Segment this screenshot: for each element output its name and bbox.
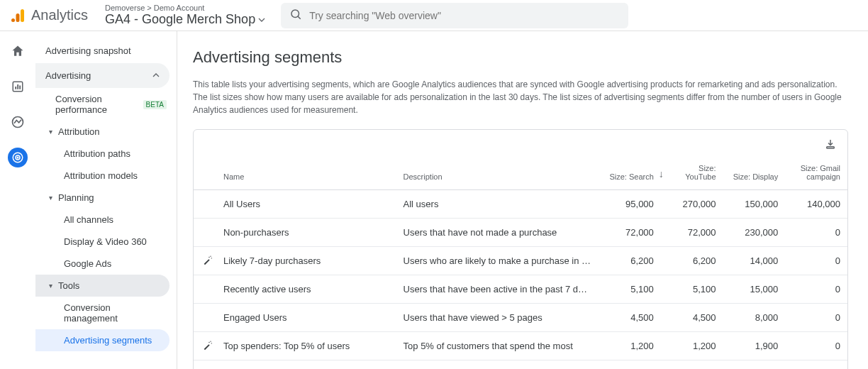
cell-name: All Users: [194, 190, 396, 219]
segment-name: All Users: [223, 199, 260, 209]
rail-explore-icon[interactable]: [8, 112, 28, 132]
cell-gmail: 0: [785, 247, 847, 275]
svg-rect-1: [16, 13, 20, 22]
nav-advertising-snapshot[interactable]: Advertising snapshot: [35, 38, 177, 63]
nav-advertising-segments[interactable]: Advertising segments: [35, 329, 169, 351]
download-icon[interactable]: [823, 137, 838, 151]
cell-youtube: 270,000: [661, 190, 723, 219]
cell-name: Recently active users: [194, 275, 396, 304]
svg-point-3: [291, 10, 299, 18]
svg-point-15: [211, 258, 212, 258]
cell-desc: Users that have viewed > 5 pages: [396, 304, 599, 332]
cell-desc: Users that have been active in the past …: [396, 275, 599, 304]
account-selector[interactable]: Demoverse > Demo Account GA4 - Google Me…: [105, 4, 265, 27]
svg-rect-6: [15, 87, 16, 89]
nav-item-label: Attribution: [58, 126, 100, 137]
logo-text: Analytics: [31, 7, 88, 23]
nav-conversion-management[interactable]: Conversion management: [35, 297, 177, 329]
col-name[interactable]: Name: [194, 158, 396, 190]
table-toolbar: [194, 130, 847, 158]
breadcrumb: Demoverse > Demo Account: [105, 4, 265, 12]
cell-search: 1,200: [599, 332, 661, 360]
caret-down-icon: ▾: [47, 128, 54, 136]
cell-desc: Users who are likely to make a purchase …: [396, 247, 599, 275]
cell-youtube: 4,500: [661, 304, 723, 332]
cell-search: 95,000: [599, 190, 661, 219]
predictive-wand-icon: [202, 254, 213, 268]
caret-down-icon: ▾: [47, 282, 54, 290]
search-input[interactable]: [309, 10, 620, 21]
segment-name: Likely 7-day purchasers: [223, 255, 321, 266]
cell-gmail: 0: [785, 304, 847, 332]
nav-all-channels[interactable]: All channels: [35, 209, 177, 231]
nav-attribution-paths[interactable]: Attribution paths: [35, 143, 177, 165]
nav-attribution-models[interactable]: Attribution models: [35, 165, 177, 187]
nav-google-ads[interactable]: Google Ads: [35, 253, 177, 275]
cell-youtube: 72,000: [661, 219, 723, 247]
nav-conversion-performance[interactable]: Conversion performance BETA: [35, 88, 177, 121]
table-row[interactable]: Engaged UsersUsers that have viewed > 5 …: [194, 304, 847, 332]
svg-rect-0: [21, 9, 24, 22]
nav-planning[interactable]: ▾ Planning: [35, 187, 177, 209]
svg-point-16: [208, 256, 209, 257]
table-row[interactable]: Top spenders: Top 5% of usersTop 5% of c…: [194, 332, 847, 360]
nav-item-label: Conversion performance: [55, 94, 136, 115]
page-description: This table lists your advertising segmen…: [193, 78, 845, 116]
cell-name: Non-purchasers: [194, 219, 396, 247]
nav-item-label: Tools: [58, 280, 79, 291]
nav-advertising-section[interactable]: Advertising: [35, 63, 169, 88]
table-header-row: Name Description Size: Search ↓ Size: Yo…: [194, 158, 847, 190]
page-title: Advertising segments: [193, 48, 848, 67]
nav-attribution[interactable]: ▾ Attribution: [35, 121, 177, 143]
cell-display: 1,900: [723, 332, 786, 360]
cell-desc: Top 5% of customers that spend the most: [396, 332, 599, 360]
table-row[interactable]: Recently active usersUsers that have bee…: [194, 275, 847, 304]
search-box[interactable]: [281, 3, 628, 28]
property-label: GA4 - Google Merch Shop: [105, 12, 255, 27]
cell-name: Likely 7-day purchasers: [194, 247, 396, 275]
rail-advertising-icon[interactable]: [8, 148, 28, 167]
side-nav: Advertising snapshot Advertising Convers…: [35, 31, 177, 369]
cell-display: 1,800: [723, 360, 786, 370]
svg-line-4: [298, 16, 301, 19]
beta-badge: BETA: [143, 100, 167, 109]
nav-section-label: Advertising: [45, 70, 91, 81]
table-row[interactable]: Likely 7-day purchasersUsers who are lik…: [194, 247, 847, 275]
rail-home-icon[interactable]: [8, 41, 28, 61]
table-row[interactable]: All UsersAll users95,000270,000150,00014…: [194, 190, 847, 219]
cell-desc: Users that have not made a purchase: [396, 219, 599, 247]
chevron-up-icon: [152, 72, 160, 80]
cell-gmail: 0: [785, 360, 847, 370]
analytics-logo-icon: [10, 7, 27, 24]
logo[interactable]: Analytics: [10, 7, 88, 24]
col-size-display[interactable]: Size: Display: [723, 158, 786, 190]
col-description[interactable]: Description: [396, 158, 599, 190]
rail-reports-icon[interactable]: [8, 77, 28, 97]
cell-search: 72,000: [599, 219, 661, 247]
segment-name: Engaged Users: [223, 312, 287, 323]
nav-tools[interactable]: ▾ Tools: [35, 275, 169, 297]
svg-point-12: [17, 157, 18, 158]
segment-name: Non-purchasers: [223, 227, 289, 238]
cell-display: 15,000: [723, 275, 786, 304]
svg-point-2: [11, 18, 15, 22]
col-label: Size: Search: [609, 172, 653, 181]
col-size-gmail[interactable]: Size: Gmail campaign: [785, 158, 847, 190]
nav-item-label: Planning: [58, 192, 94, 203]
chevron-down-icon: [258, 16, 265, 23]
table-row[interactable]: Non-purchasersUsers that have not made a…: [194, 219, 847, 247]
predictive-wand-icon: [202, 339, 213, 353]
cell-gmail: 0: [785, 332, 847, 360]
cell-search: 6,200: [599, 247, 661, 275]
col-size-search[interactable]: Size: Search ↓: [599, 158, 661, 190]
nav-display-video[interactable]: Display & Video 360: [35, 231, 177, 253]
body: Advertising snapshot Advertising Convers…: [0, 31, 868, 369]
cell-name: Engaged Users: [194, 304, 396, 332]
cell-search: 1,200: [599, 360, 661, 370]
table-row[interactable]: Predicted 28-day top spendersUsers who a…: [194, 360, 847, 370]
col-size-youtube[interactable]: Size: YouTube: [661, 158, 723, 190]
svg-point-19: [208, 341, 209, 342]
property-name: GA4 - Google Merch Shop: [105, 12, 265, 27]
segments-table: Name Description Size: Search ↓ Size: Yo…: [194, 158, 847, 369]
cell-display: 14,000: [723, 247, 786, 275]
